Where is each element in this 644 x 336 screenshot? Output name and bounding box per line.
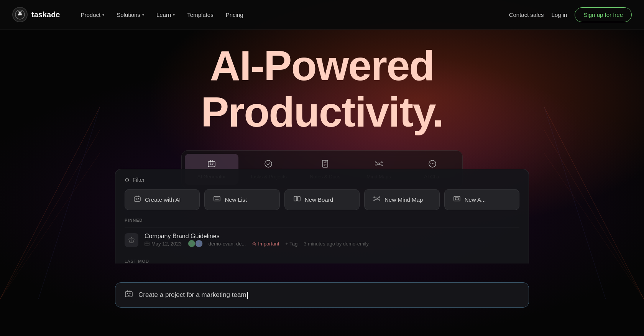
svg-point-15 <box>210 163 211 164</box>
svg-point-24 <box>375 162 376 163</box>
filter-icon: ⚙ <box>125 177 130 183</box>
svg-rect-4 <box>18 12 19 12</box>
new-mind-map-button[interactable]: New Mind Map <box>364 189 439 210</box>
svg-point-26 <box>381 162 383 163</box>
svg-point-23 <box>378 163 380 165</box>
navbar: taskade Product ▾ Solutions ▾ Learn ▾ Te… <box>0 0 644 30</box>
pinned-time-ago: 3 minutes ago by demo-emily <box>304 241 369 247</box>
logo-text: taskade <box>31 10 60 19</box>
svg-point-37 <box>136 198 137 199</box>
svg-line-53 <box>378 198 379 198</box>
action-icon <box>453 195 461 204</box>
svg-point-16 <box>212 163 214 164</box>
ai-icon <box>133 195 141 204</box>
list-icon <box>213 195 221 204</box>
dashboard-panel: ⚙ Filter Create with AI <box>115 169 529 264</box>
pinned-label: PINNED <box>125 218 519 222</box>
svg-point-3 <box>21 12 22 14</box>
svg-point-50 <box>379 200 380 201</box>
svg-rect-44 <box>294 196 297 201</box>
nav-solutions[interactable]: Solutions ▾ <box>111 8 150 21</box>
text-cursor <box>247 292 248 299</box>
last-modified-label: LAST MOD <box>125 259 519 264</box>
ai-input-icon <box>125 290 133 300</box>
svg-rect-63 <box>125 292 132 297</box>
new-list-button[interactable]: New List <box>204 189 279 210</box>
svg-line-52 <box>375 199 376 200</box>
panel-actions: Create with AI New List <box>125 189 519 210</box>
pinned-item-title: Company Brand Guidelines <box>145 233 519 240</box>
svg-point-33 <box>430 163 431 164</box>
login-link[interactable]: Log in <box>552 12 567 18</box>
member-avatar-1: E <box>188 240 196 247</box>
member-avatar-2: D <box>195 240 203 247</box>
hero-section: AI-Powered Productivity. AI Generator <box>0 0 644 336</box>
nav-right: Contact sales Log in Sign up for free <box>509 7 632 22</box>
new-action-button[interactable]: New A... <box>444 189 519 210</box>
pinned-date: May 12, 2023 <box>145 241 182 247</box>
add-tag[interactable]: + Tag <box>285 241 297 247</box>
logo-icon <box>12 7 28 22</box>
svg-line-29 <box>376 165 378 165</box>
svg-point-49 <box>379 197 380 198</box>
pinned-item-icon <box>125 233 138 247</box>
svg-point-2 <box>18 12 20 14</box>
pinned-item[interactable]: Company Brand Guidelines May 12, 2023 E … <box>125 227 519 253</box>
svg-rect-5 <box>21 12 22 12</box>
svg-line-54 <box>378 199 379 200</box>
svg-rect-59 <box>145 242 149 246</box>
ai-input-container[interactable]: Create a project for a marketing team <box>115 282 529 308</box>
nav-pricing[interactable]: Pricing <box>220 8 249 21</box>
svg-point-64 <box>127 293 128 294</box>
nav-links: Product ▾ Solutions ▾ Learn ▾ Templates … <box>76 8 509 21</box>
contact-sales-link[interactable]: Contact sales <box>509 12 544 18</box>
new-board-button[interactable]: New Board <box>284 189 360 210</box>
hero-title: AI-Powered Productivity. <box>201 42 443 135</box>
svg-rect-55 <box>454 196 460 201</box>
svg-point-65 <box>130 293 131 294</box>
filter-bar[interactable]: ⚙ Filter <box>125 177 519 183</box>
board-icon <box>293 195 301 204</box>
nav-learn[interactable]: Learn ▾ <box>151 8 180 21</box>
svg-point-48 <box>374 200 375 201</box>
signup-button[interactable]: Sign up for free <box>575 7 632 22</box>
chevron-down-icon: ▾ <box>173 13 175 17</box>
svg-point-35 <box>434 163 434 164</box>
svg-line-31 <box>380 165 381 165</box>
svg-point-25 <box>375 165 376 166</box>
svg-point-27 <box>381 165 383 166</box>
svg-point-34 <box>432 163 433 164</box>
svg-line-28 <box>376 163 378 163</box>
svg-line-51 <box>375 198 376 198</box>
svg-rect-45 <box>297 196 300 201</box>
svg-rect-41 <box>214 196 220 201</box>
ai-input-text[interactable]: Create a project for a marketing team <box>138 291 519 299</box>
svg-point-38 <box>138 198 139 199</box>
pinned-members: E D demo-evan, de... <box>188 240 246 247</box>
svg-line-30 <box>380 163 381 163</box>
svg-rect-14 <box>208 161 215 167</box>
logo[interactable]: taskade <box>12 7 60 22</box>
svg-rect-36 <box>134 197 140 201</box>
pinned-item-meta: May 12, 2023 E D demo-evan, de... Import… <box>145 240 519 247</box>
chevron-down-icon: ▾ <box>102 13 104 17</box>
nav-templates[interactable]: Templates <box>182 8 219 21</box>
svg-rect-56 <box>455 198 458 200</box>
svg-point-19 <box>265 160 272 167</box>
svg-point-47 <box>374 197 375 198</box>
mind-map-icon <box>373 195 381 204</box>
create-with-ai-button[interactable]: Create with AI <box>125 189 200 210</box>
nav-product[interactable]: Product ▾ <box>76 8 110 21</box>
svg-point-46 <box>376 198 378 199</box>
tag-important: Important <box>252 241 279 247</box>
chevron-down-icon: ▾ <box>142 13 144 17</box>
